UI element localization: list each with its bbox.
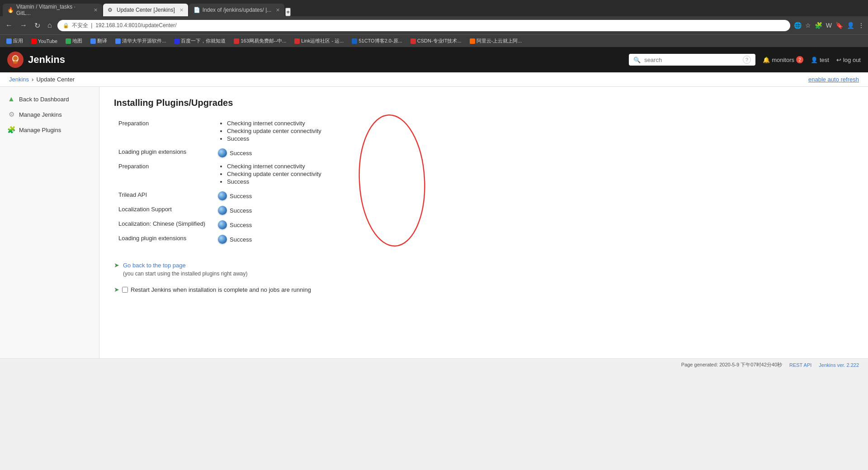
page-footer: Page generated: 2020-5-9 下午07时42分40秒 RES… [0, 358, 868, 371]
home-button[interactable]: ⌂ [46, 19, 54, 31]
bookmark-aliyun[interactable]: 阿里云-上云就上阿... [467, 37, 525, 45]
restart-label: Restart Jenkins when installation is com… [131, 286, 311, 293]
bookmark-apps[interactable]: 应用 [4, 37, 26, 45]
tab-close-3[interactable]: ✕ [276, 7, 280, 13]
row-status-localization-chinese: Success [213, 218, 326, 232]
restart-section: ➤ Restart Jenkins when installation is c… [114, 286, 854, 293]
success-label: Success [230, 193, 252, 199]
tab-index[interactable]: 📄 Index of /jenkins/updates/ |... ✕ [189, 4, 285, 16]
breadcrumb-current: Update Center [36, 76, 75, 83]
extensions-icon[interactable]: 🧩 [815, 22, 822, 29]
bookmark-baidu[interactable]: 百度一下，你就知道 [171, 37, 228, 45]
success-ball-icon [218, 191, 227, 200]
bookmark-tsinghua[interactable]: 清华大学开源软件... [113, 37, 169, 45]
search-input[interactable] [644, 57, 739, 63]
bookmark-icon-163 [234, 38, 239, 44]
tab-close-1[interactable]: ✕ [94, 7, 98, 13]
breadcrumb-sep: › [32, 76, 33, 83]
translate-icon[interactable]: 🌐 [794, 22, 802, 29]
bookmark-label-baidu: 百度一下，你就知道 [181, 38, 226, 44]
tab-vitamin[interactable]: 🔥 Vitamin / Vitamin_tasks · GitL... ✕ [3, 4, 102, 16]
row-label-trilead: Trilead API [114, 189, 213, 203]
go-back-link[interactable]: Go back to the top page [123, 262, 186, 269]
bookmark-csdn[interactable]: CSDN-专业IT技术... [408, 37, 464, 45]
back-button[interactable]: ← [4, 19, 14, 31]
sidebar: ▲ Back to Dashboard ⚙ Manage Jenkins 🧩 M… [0, 87, 99, 358]
page-title: Installing Plugins/Upgrades [114, 98, 854, 108]
security-icon: 🔒 [63, 23, 69, 28]
tab-favicon-2: ⚙ [108, 7, 114, 13]
logout-button[interactable]: ↩ log out [836, 57, 861, 63]
success-ball-icon [218, 206, 227, 215]
jenkins-logo[interactable]: Jenkins [7, 52, 65, 68]
jenkins-header: Jenkins 🔍 ? 🔔 monitors 2 👤 test ↩ log ou… [0, 47, 868, 72]
bell-icon: 🔔 [763, 57, 770, 63]
success-row: Success [218, 235, 321, 244]
bookmark-label-163: 163网易免费邮--中... [241, 38, 286, 44]
sidebar-item-manage-plugins[interactable]: 🧩 Manage Plugins [0, 122, 99, 138]
row-label-loading-2: Loading plugin extensions [114, 232, 213, 247]
user-menu[interactable]: 👤 test [811, 57, 829, 63]
svg-point-3 [13, 61, 18, 64]
restart-checkbox[interactable] [122, 287, 128, 293]
bookmark-51cto[interactable]: 51CTO博客2.0-原... [349, 37, 405, 45]
success-ball-icon [218, 148, 227, 157]
bookmark-icon-tsinghua [115, 38, 121, 44]
monitors-button[interactable]: 🔔 monitors 2 [763, 56, 803, 63]
bookmark-label-51cto: 51CTO博客2.0-原... [359, 38, 402, 44]
monitors-label: monitors [772, 57, 794, 63]
profile-icon[interactable]: 👤 [847, 22, 854, 29]
table-row: Loading plugin extensions Success [114, 232, 326, 247]
forward-button[interactable]: → [18, 19, 29, 31]
bookmarks-bar: 应用 YouTube 地图 翻译 清华大学开源软件... 百度一下，你就知道 1… [0, 34, 868, 47]
bookmark-163[interactable]: 163网易免费邮--中... [231, 37, 289, 45]
refresh-button[interactable]: ↻ [33, 19, 42, 32]
breadcrumb-home[interactable]: Jenkins [9, 76, 29, 83]
go-back-arrow-icon: ➤ [114, 261, 119, 269]
logout-label: log out [843, 57, 861, 63]
bookmark-link[interactable]: Link运维社区 - 运... [292, 37, 346, 45]
bookmark-label-link: Link运维社区 - 运... [301, 38, 344, 44]
bookmark-icon-baidu [174, 38, 179, 44]
rest-api-link[interactable]: REST API [789, 362, 811, 368]
bookmark-youtube[interactable]: YouTube [28, 38, 60, 45]
sidebar-label-plugins: Manage Plugins [19, 127, 61, 133]
go-back-section: ➤ Go back to the top page (you can start… [114, 257, 854, 281]
list-item: Success [227, 135, 321, 142]
search-bar[interactable]: 🔍 ? [629, 54, 755, 66]
jenkins-version-link[interactable]: Jenkins ver. 2.222 [819, 362, 859, 368]
row-label-preparation-2: Preparation [114, 160, 213, 189]
enable-auto-refresh-link[interactable]: enable auto refresh [808, 76, 859, 83]
bookmark-icon[interactable]: 🔖 [835, 22, 843, 29]
bookmark-icon-translate [90, 38, 96, 44]
bookmark-maps[interactable]: 地图 [63, 37, 85, 45]
row-label-preparation-1: Preparation [114, 117, 213, 146]
row-status-loading-1: Success [213, 146, 326, 160]
tab-title-1: Vitamin / Vitamin_tasks · GitL... [16, 4, 89, 16]
star-icon[interactable]: ☆ [805, 22, 811, 29]
sidebar-item-back-to-dashboard[interactable]: ▲ Back to Dashboard [0, 91, 99, 107]
url-text: 192.168.10.4:8010/updateCenter/ [95, 22, 176, 28]
install-table: Preparation Checking internet connectivi… [114, 117, 326, 247]
list-item: Checking update center connectivity [227, 171, 321, 177]
page-generated-text: Page generated: 2020-5-9 下午07时42分40秒 [681, 361, 782, 368]
sidebar-item-manage-jenkins[interactable]: ⚙ Manage Jenkins [0, 107, 99, 122]
red-oval-annotation [356, 110, 437, 255]
bookmark-label-maps: 地图 [72, 38, 82, 44]
menu-icon[interactable]: ⋮ [858, 22, 864, 29]
tab-close-2[interactable]: ✕ [179, 7, 184, 13]
success-label: Success [230, 150, 252, 157]
new-tab-button[interactable]: + [285, 8, 291, 16]
tab-favicon-1: 🔥 [7, 7, 14, 13]
bookmark-icon-youtube [31, 38, 37, 44]
word-icon[interactable]: W [826, 22, 832, 29]
bookmark-translate[interactable]: 翻译 [88, 37, 110, 45]
tab-bar: 🔥 Vitamin / Vitamin_tasks · GitL... ✕ ⚙ … [0, 0, 868, 16]
search-help-button[interactable]: ? [743, 56, 751, 64]
content-area: Installing Plugins/Upgrades Preparation … [99, 87, 868, 358]
tab-jenkins[interactable]: ⚙ Update Center [Jenkins] ✕ [103, 4, 188, 16]
address-bar[interactable]: 🔒 不安全 | 192.168.10.4:8010/updateCenter/ [57, 20, 790, 31]
nav-icons: 🌐 ☆ 🧩 W 🔖 👤 ⋮ [794, 22, 864, 29]
bookmark-icon-51cto [352, 38, 357, 44]
success-label: Success [230, 207, 252, 214]
